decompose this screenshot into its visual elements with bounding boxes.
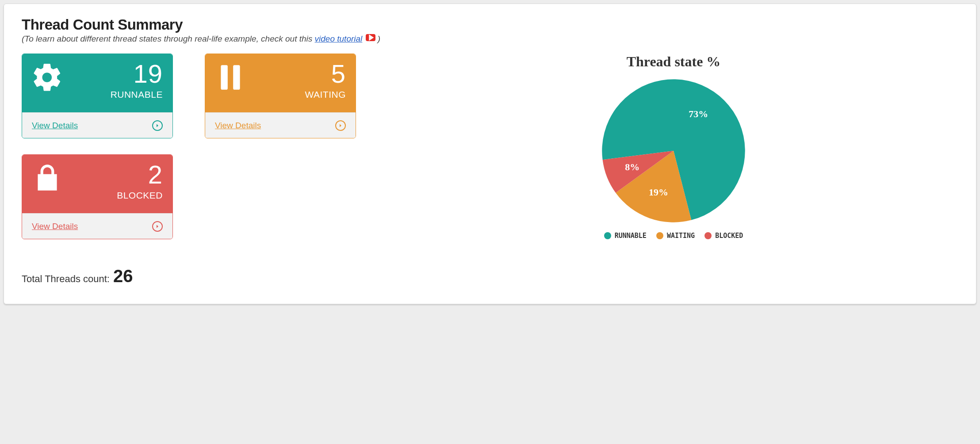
tile-waiting: 5 WAITING View Details [205, 54, 356, 138]
legend-label: BLOCKED [715, 232, 743, 240]
blocked-count: 2 [117, 162, 163, 188]
arrow-right-icon[interactable] [152, 221, 163, 232]
total-label: Total Threads count: [22, 273, 110, 285]
waiting-label: WAITING [305, 89, 346, 100]
pie-chart: 73%19%8% [601, 78, 746, 224]
page-title: Thread Count Summary [22, 16, 958, 33]
tile-runnable-top: 19 RUNNABLE [22, 54, 172, 112]
tiles-grid: 19 RUNNABLE View Details [22, 54, 371, 239]
runnable-view-details-link[interactable]: View Details [32, 121, 78, 130]
summary-card: Thread Count Summary (To learn about dif… [4, 4, 976, 304]
legend-label: WAITING [667, 232, 695, 240]
waiting-view-details-link[interactable]: View Details [215, 121, 261, 130]
runnable-count: 19 [111, 61, 163, 87]
legend-blocked: BLOCKED [704, 232, 743, 240]
waiting-count: 5 [305, 61, 346, 87]
legend-dot-icon [704, 232, 712, 239]
lock-icon [31, 162, 64, 195]
tile-blocked: 2 BLOCKED View Details [22, 154, 173, 239]
total-value: 26 [113, 266, 133, 286]
legend-runnable: RUNNABLE [604, 232, 647, 240]
tile-runnable: 19 RUNNABLE View Details [22, 54, 173, 138]
svg-marker-0 [369, 34, 374, 41]
blocked-view-details-link[interactable]: View Details [32, 222, 78, 231]
chart-legend: RUNNABLE WAITING BLOCKED [604, 232, 743, 240]
legend-dot-icon [656, 232, 663, 239]
arrow-right-icon[interactable] [152, 120, 163, 131]
svg-rect-1 [221, 65, 227, 90]
chart-title: Thread state % [627, 54, 721, 70]
pause-icon [214, 61, 247, 94]
tile-blocked-top: 2 BLOCKED [22, 155, 172, 213]
runnable-label: RUNNABLE [111, 89, 163, 100]
chart-area: Thread state % 73%19%8% RUNNABLE WAITING [389, 54, 958, 240]
blocked-label: BLOCKED [117, 190, 163, 201]
subtitle-prefix: (To learn about different thread states … [22, 34, 315, 43]
subtitle-suffix: ) [378, 34, 380, 43]
legend-waiting: WAITING [656, 232, 695, 240]
gear-icon [31, 61, 64, 94]
subtitle: (To learn about different thread states … [22, 34, 958, 44]
tile-waiting-top: 5 WAITING [205, 54, 356, 112]
svg-rect-2 [233, 65, 240, 90]
legend-label: RUNNABLE [615, 232, 647, 240]
video-tutorial-link[interactable]: video tutorial [315, 34, 363, 43]
legend-dot-icon [604, 232, 611, 239]
total-threads: Total Threads count: 26 [22, 266, 958, 286]
youtube-icon[interactable] [366, 34, 375, 41]
arrow-right-icon[interactable] [335, 120, 346, 131]
